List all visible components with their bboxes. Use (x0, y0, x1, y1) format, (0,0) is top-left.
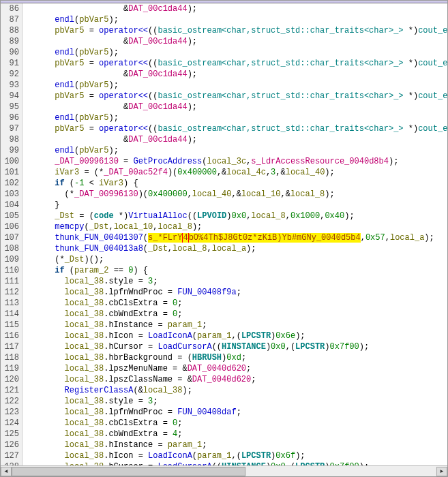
line-number: 107 (2, 232, 19, 243)
token-num: 0x400000 (177, 168, 217, 177)
code-line[interactable]: local_38.style = 3; (25, 396, 447, 407)
token-pl: ( (65, 266, 74, 275)
code-line[interactable]: local_38.hCursor = LoadCursorA((HINSTANC… (25, 341, 447, 352)
token-mem: hCursor (108, 342, 143, 352)
token-fc: GetProcAddress (133, 157, 202, 166)
code-line[interactable]: pbVar5 = operator<<((basic_ostream<char,… (25, 58, 447, 69)
token-pl: ); (359, 462, 369, 465)
token-lv: local_8 (158, 222, 192, 232)
code-line[interactable]: endl(pbVar5); (25, 145, 447, 156)
token-num: 0x6f (275, 451, 295, 461)
code-line[interactable]: local_38.cbWndExtra = 0; (25, 309, 447, 320)
code-line[interactable]: local_38.lpszMenuName = &DAT_0040d620; (25, 363, 447, 374)
code-line[interactable]: &DAT_00c1da44); (25, 134, 447, 145)
token-lv: param_1 (168, 320, 202, 330)
code-line[interactable]: local_38.hInstance = param_1; (25, 440, 447, 450)
token-lv: pbVar5 (79, 48, 108, 57)
code-line[interactable]: _DAT_00996130 = GetProcAddress(local_3c,… (25, 156, 447, 167)
token-num: 0x7f00 (330, 462, 359, 465)
code-line[interactable]: local_38.lpszClassName = &DAT_0040d620; (25, 374, 447, 385)
code-line[interactable]: &DAT_00c1da44); (25, 102, 447, 112)
token-fc: endl (55, 113, 74, 123)
code-line[interactable]: if (-1 < iVar3) { (25, 178, 447, 189)
token-lv: pbVar5 (55, 124, 84, 134)
token-mem: hIcon (108, 451, 133, 461)
token-pl: ; (153, 277, 158, 286)
token-ty: LPCSTR (295, 342, 325, 352)
code-line[interactable]: local_38.hbrBackground = (HBRUSH)0xd; (25, 352, 447, 363)
code-line[interactable]: endl(pbVar5); (25, 14, 447, 25)
line-number: 121 (2, 385, 19, 396)
horizontal-scrollbar[interactable]: ◄ ► (1, 465, 447, 476)
code-line[interactable]: local_38.lpfnWndProc = FUN_00408daf; (25, 407, 447, 418)
line-number: 112 (2, 287, 19, 298)
scrollbar-thumb[interactable] (12, 467, 245, 476)
code-line[interactable]: thunk_FUN_004013a8(_Dst,local_8,local_a)… (25, 243, 447, 254)
token-lv: local_10 (241, 189, 281, 199)
token-lv: local_38 (65, 288, 104, 297)
code-line[interactable]: thunk_FUN_00401307(s_*FLrY4bO%4Th$J8Gt0z… (25, 232, 447, 243)
line-number: 106 (2, 221, 19, 232)
code-line[interactable]: } (25, 200, 447, 211)
code-line[interactable]: (*_DAT_00996130)(0x400000,local_40,&loca… (25, 189, 447, 200)
code-line[interactable]: endl(pbVar5); (25, 112, 447, 123)
token-ty: LPCSTR (241, 451, 271, 461)
token-dat: DAT_00c1da44 (128, 135, 187, 144)
code-line[interactable]: local_38.style = 3; (25, 276, 447, 287)
code-line[interactable]: local_38.lpfnWndProc = FUN_00408f9a; (25, 287, 447, 298)
line-number: 116 (2, 330, 19, 341)
code-editor[interactable]: 8687888990919293949596979899100101102103… (1, 3, 447, 465)
code-line[interactable]: local_38.cbClsExtra = 0; (25, 418, 447, 429)
code-line[interactable]: pbVar5 = operator<<((basic_ostream<char,… (25, 91, 447, 102)
line-number: 99 (2, 145, 19, 156)
code-line[interactable]: RegisterClassA(&local_38); (25, 385, 447, 396)
code-line[interactable]: if (param_2 == 0) { (25, 265, 447, 276)
code-line[interactable]: local_38.cbWndExtra = 4; (25, 429, 447, 440)
code-line[interactable]: endl(pbVar5); (25, 47, 447, 58)
token-pl: ); (182, 386, 192, 395)
code-line[interactable]: _Dst = (code *)VirtualAlloc((LPVOID)0x0,… (25, 211, 447, 221)
token-pl: (( (212, 342, 222, 352)
token-pl: } (55, 200, 59, 210)
token-lv: local_38 (65, 375, 104, 384)
token-pl: = & (173, 375, 192, 384)
token-pl: ( (84, 222, 89, 232)
line-number: 120 (2, 374, 19, 385)
scrollbar-track[interactable] (12, 467, 436, 476)
line-number: 125 (2, 429, 19, 440)
token-mem: hIcon (108, 331, 133, 341)
line-number: 97 (2, 123, 19, 134)
code-line[interactable]: local_38.hCursor = LoadCursorA((HINSTANC… (25, 461, 447, 465)
line-number: 98 (2, 134, 19, 145)
code-line[interactable]: &DAT_00c1da44); (25, 69, 447, 80)
token-pl: ); (389, 157, 398, 166)
code-line[interactable]: pbVar5 = operator<<((basic_ostream<char,… (25, 123, 447, 134)
code-line[interactable]: &DAT_00c1da44); (25, 36, 447, 47)
token-kw: if (55, 179, 64, 188)
token-lv: local_38 (65, 277, 104, 286)
code-line[interactable]: pbVar5 = operator<<((basic_ostream<char,… (25, 25, 447, 36)
scroll-left-arrow-icon[interactable]: ◄ (1, 467, 12, 476)
code-line[interactable]: endl(pbVar5); (25, 80, 447, 91)
code-line[interactable]: iVar3 = (*_DAT_00ac52f4)(0x400000,&local… (25, 167, 447, 178)
code-line[interactable]: local_38.hInstance = param_1; (25, 320, 447, 330)
code-line[interactable]: local_38.cbClsExtra = 0; (25, 298, 447, 309)
token-lv: local_38 (65, 298, 104, 308)
token-pl: ,& (280, 189, 290, 199)
scroll-right-arrow-icon[interactable]: ► (436, 467, 447, 476)
line-number: 119 (2, 363, 19, 374)
code-line[interactable]: local_38.hIcon = LoadIconA(param_1,(LPCS… (25, 450, 447, 461)
token-pl: *) (404, 26, 419, 35)
token-pl: ,( (231, 451, 241, 461)
code-area[interactable]: &DAT_00c1da44); endl(pbVar5); pbVar5 = o… (23, 3, 447, 465)
token-lv: local_38 (65, 364, 104, 373)
token-pl: < (84, 179, 99, 188)
code-line[interactable]: &DAT_00c1da44); (25, 3, 447, 14)
token-fc: LoadCursorA (158, 462, 211, 465)
token-pl: (* (65, 189, 74, 199)
code-line[interactable]: (*_Dst)(); (25, 254, 447, 265)
token-dat: _DAT_00996130 (74, 189, 138, 199)
token-pl: = (84, 124, 99, 134)
code-line[interactable]: local_38.hIcon = LoadIconA(param_1,(LPCS… (25, 330, 447, 341)
code-line[interactable]: memcpy(_Dst,local_10,local_8); (25, 221, 447, 232)
